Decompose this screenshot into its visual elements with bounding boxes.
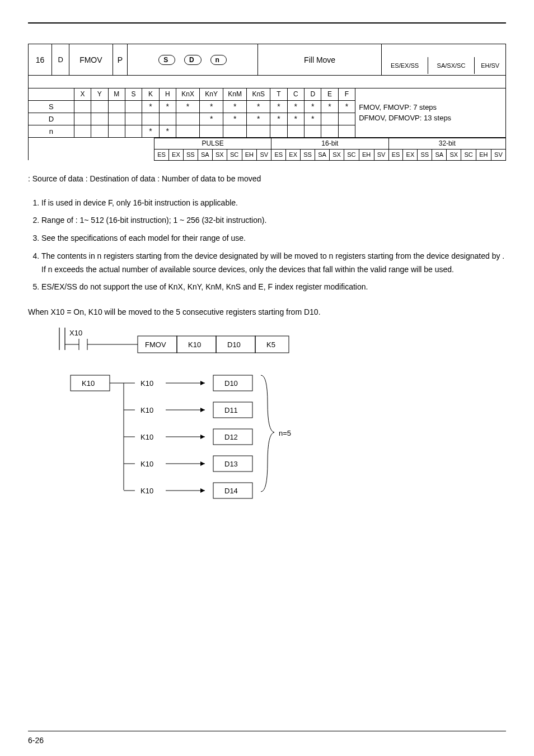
foot-cell: SA (198, 149, 212, 160)
mnemonic-d: D (52, 44, 69, 76)
col-head: KnM (223, 88, 247, 100)
foot-cell: SV (257, 149, 271, 160)
foot-cell: ES (271, 149, 286, 160)
api-number: 16 (29, 44, 52, 76)
dst-val: D12 (224, 433, 238, 441)
foot-hdr: 32-bit (388, 138, 506, 149)
svg-marker-32 (200, 488, 205, 493)
col-head: K (142, 88, 159, 100)
col-head: KnX (176, 88, 200, 100)
col-head: KnS (247, 88, 270, 100)
x10-label: X10 (69, 329, 82, 337)
cell (142, 113, 159, 125)
foot-cell: EH (242, 149, 257, 160)
cell: * (176, 100, 200, 113)
cell (108, 125, 125, 137)
foot-cell: EX (403, 149, 418, 160)
src-val: K10 (140, 460, 153, 468)
foot-cell: EH (476, 149, 491, 160)
operand-n-pill: n (210, 55, 227, 65)
cell (125, 125, 142, 137)
ladder-fmov: FMOV (145, 340, 166, 349)
col-head: KnY (200, 88, 223, 100)
cell: * (159, 125, 176, 137)
foot-cell: SX (330, 149, 344, 160)
cell: * (142, 125, 159, 137)
ladder-k10: K10 (188, 340, 201, 349)
explain-item: If is used in device F, only 16-bit inst… (41, 197, 506, 210)
operand-d-pill: D (184, 55, 202, 65)
cell (91, 113, 108, 125)
function-desc: Fill Move (257, 44, 382, 76)
operands-cell: S D n (128, 44, 258, 76)
cell (74, 125, 91, 137)
cell: * (287, 100, 304, 113)
src-val: K10 (140, 379, 153, 388)
example-text: When X10 = On, K10 will be moved to the … (28, 307, 506, 316)
cell (91, 100, 108, 113)
foot-cell: EX (168, 149, 183, 160)
foot-cell: ES (388, 149, 403, 160)
foot-hdr: PULSE (154, 138, 271, 149)
cell (74, 113, 91, 125)
cell: * (247, 100, 270, 113)
col-head: E (321, 88, 338, 100)
col-head: D (305, 88, 321, 100)
row-label: D (29, 113, 74, 125)
col-head: S (125, 88, 142, 100)
foot-cell: EX (286, 149, 301, 160)
foot-cell: SS (183, 149, 198, 160)
cell (125, 100, 142, 113)
explanations-list: If is used in device F, only 16-bit inst… (28, 197, 506, 295)
svg-marker-20 (200, 408, 205, 412)
dst-val: D13 (224, 460, 238, 468)
src-box: K10 (82, 379, 95, 388)
foot-cell: SC (227, 149, 242, 160)
cell: * (159, 100, 176, 113)
dst-val: D14 (224, 487, 238, 495)
cell (176, 125, 200, 137)
dst-val: D10 (224, 379, 238, 388)
svg-marker-28 (200, 461, 205, 466)
cell: * (287, 113, 304, 125)
foot-cell: SA (432, 149, 447, 160)
foot-cell: SA (315, 149, 330, 160)
foot-cell: SX (212, 149, 227, 160)
explain-item: See the specifications of each model for… (41, 232, 506, 245)
cell: * (247, 113, 270, 125)
ladder-d10: D10 (227, 340, 241, 349)
cell: * (305, 100, 321, 113)
program-diagram: X10 FMOV K10 D10 K5 K10 K10D10K10D11K10D… (48, 322, 506, 507)
col-head: M (108, 88, 125, 100)
foot-cell: SV (374, 149, 388, 160)
col-head: F (338, 88, 355, 100)
ladder-k5: K5 (266, 340, 275, 349)
operand-s-pill: S (158, 55, 175, 65)
cell: * (270, 113, 287, 125)
cell (223, 125, 247, 137)
col-head: T (270, 88, 287, 100)
controller-cell: ES/EX/SS (382, 57, 428, 74)
cell: * (321, 100, 338, 113)
col-head: H (159, 88, 176, 100)
cell: * (270, 100, 287, 113)
cell (287, 125, 304, 137)
row-label: S (29, 100, 74, 113)
cell (91, 125, 108, 137)
foot-cell: SC (461, 149, 476, 160)
col-head: X (74, 88, 91, 100)
controller-cell: EH/SV (475, 57, 505, 74)
row-label (29, 88, 74, 100)
svg-marker-24 (200, 435, 205, 439)
src-val: K10 (140, 487, 153, 495)
foot-cell: SC (344, 149, 359, 160)
col-head: C (287, 88, 304, 100)
cell: * (142, 100, 159, 113)
foot-cell: SV (491, 149, 505, 160)
cell (200, 125, 223, 137)
cell: * (200, 113, 223, 125)
cell: * (200, 100, 223, 113)
cell (321, 113, 338, 125)
mnemonic-p: P (113, 44, 128, 76)
brace-label: n=5 (279, 429, 291, 437)
